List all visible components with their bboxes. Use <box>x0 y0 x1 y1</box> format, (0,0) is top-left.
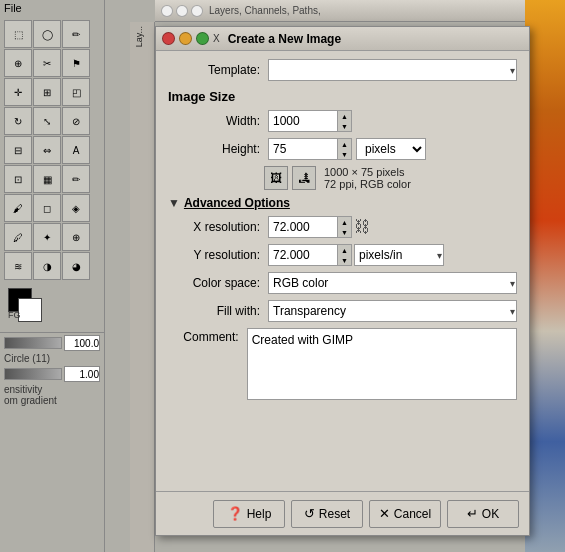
dialog-max-btn[interactable] <box>196 32 209 45</box>
template-select[interactable] <box>268 59 517 81</box>
comment-textarea[interactable]: Created with GIMP <box>247 328 517 400</box>
tool-clone[interactable]: ⊕ <box>62 223 90 251</box>
tool-perspective[interactable]: ⊟ <box>4 136 32 164</box>
tool-blend[interactable]: ▦ <box>33 165 61 193</box>
dialog-min-btn[interactable] <box>179 32 192 45</box>
tool-ellipse[interactable]: ◯ <box>33 20 61 48</box>
from-gradient-label: om gradient <box>4 395 100 406</box>
gimp-min-btn[interactable] <box>176 5 188 17</box>
tool-text[interactable]: A <box>62 136 90 164</box>
layers-panel-strip: Lay... <box>130 22 155 552</box>
gimp-menu[interactable]: File <box>0 0 104 16</box>
color-space-label: Color space: <box>168 276 268 290</box>
height-input[interactable] <box>268 138 338 160</box>
gimp-close-btn[interactable] <box>161 5 173 17</box>
size-slider[interactable] <box>4 368 62 380</box>
x-resolution-input[interactable] <box>268 216 338 238</box>
tool-fuzzy[interactable]: ⊕ <box>4 49 32 77</box>
tool-pencil[interactable]: ✏ <box>62 165 90 193</box>
width-spin-up[interactable]: ▲ <box>338 111 351 121</box>
y-res-spin-btns: ▲ ▼ <box>338 244 352 266</box>
x-res-spin-up[interactable]: ▲ <box>338 217 351 227</box>
x-res-spin-down[interactable]: ▼ <box>338 227 351 237</box>
width-spinner: ▲ ▼ <box>268 110 352 132</box>
fg-label: FG <box>8 310 21 320</box>
dim-info: 1000 × 75 pixels 72 ppi, RGB color <box>324 166 411 190</box>
opacity-input[interactable] <box>64 335 100 351</box>
tool-bucket[interactable]: ⊡ <box>4 165 32 193</box>
height-unit-select[interactable]: pixels inches mm <box>356 138 426 160</box>
height-spin-up[interactable]: ▲ <box>338 139 351 149</box>
layers-tab-label[interactable]: Lay... <box>130 22 148 51</box>
color-space-select-wrapper: RGB color Grayscale ▾ <box>268 272 517 294</box>
advanced-options-header[interactable]: ▼ Advanced Options <box>168 196 517 210</box>
tool-foreground[interactable]: ⚑ <box>62 49 90 77</box>
gimp-max-btn[interactable] <box>191 5 203 17</box>
x-resolution-row: X resolution: ▲ ▼ ⛓ <box>168 216 517 238</box>
width-input[interactable] <box>268 110 338 132</box>
height-row: Height: ▲ ▼ pixels inches mm <box>168 138 517 160</box>
width-spin-btns: ▲ ▼ <box>338 110 352 132</box>
opacity-slider[interactable] <box>4 337 62 349</box>
ok-icon: ↵ <box>467 506 478 521</box>
reset-icon: ↺ <box>304 506 315 521</box>
resolution-link-icon[interactable]: ⛓ <box>354 218 370 236</box>
tool-airbrush[interactable]: ◈ <box>62 194 90 222</box>
x-res-spin-btns: ▲ ▼ <box>338 216 352 238</box>
tool-align[interactable]: ⊞ <box>33 78 61 106</box>
reset-button[interactable]: ↺ Reset <box>291 500 363 528</box>
reset-label: Reset <box>319 507 350 521</box>
resolution-unit-select[interactable]: pixels/in pixels/mm <box>354 244 444 266</box>
left-toolbar: File ⬚ ◯ ✏ ⊕ ✂ ⚑ ✛ ⊞ ◰ ↻ ⤡ ⊘ ⊟ ⇔ A ⊡ ▦ ✏… <box>0 0 105 552</box>
size-input[interactable] <box>64 366 100 382</box>
tool-shear[interactable]: ⊘ <box>62 107 90 135</box>
fill-with-select-wrapper: Transparency Background color Foreground… <box>268 300 517 322</box>
ok-button[interactable]: ↵ OK <box>447 500 519 528</box>
fill-with-label: Fill with: <box>168 304 268 318</box>
tool-flip[interactable]: ⇔ <box>33 136 61 164</box>
y-res-spin-down[interactable]: ▼ <box>338 255 351 265</box>
landscape-icon-btn[interactable]: 🏞 <box>292 166 316 190</box>
color-space-select[interactable]: RGB color Grayscale <box>268 272 517 294</box>
y-res-spin-up[interactable]: ▲ <box>338 245 351 255</box>
height-spin-down[interactable]: ▼ <box>338 149 351 159</box>
tool-paint[interactable]: 🖌 <box>4 194 32 222</box>
tool-eraser[interactable]: ◻ <box>33 194 61 222</box>
dialog-title-text: Create a New Image <box>228 32 523 46</box>
right-decorative-strip <box>525 0 565 552</box>
tool-rect[interactable]: ⬚ <box>4 20 32 48</box>
advanced-options-title: Advanced Options <box>184 196 290 210</box>
help-label: Help <box>247 507 272 521</box>
tool-heal[interactable]: ✦ <box>33 223 61 251</box>
circle-label: Circle (11) <box>4 353 100 364</box>
tool-crop[interactable]: ◰ <box>62 78 90 106</box>
tool-scissors[interactable]: ✂ <box>33 49 61 77</box>
template-select-wrapper: ▾ <box>268 59 517 81</box>
cancel-button[interactable]: ✕ Cancel <box>369 500 441 528</box>
tool-smudge[interactable]: ◕ <box>62 252 90 280</box>
width-spin-down[interactable]: ▼ <box>338 121 351 131</box>
tool-blur[interactable]: ≋ <box>4 252 32 280</box>
y-resolution-input[interactable] <box>268 244 338 266</box>
tool-move[interactable]: ✛ <box>4 78 32 106</box>
height-spin-btns: ▲ ▼ <box>338 138 352 160</box>
tool-dodge[interactable]: ◑ <box>33 252 61 280</box>
height-spinner: ▲ ▼ <box>268 138 352 160</box>
dialog-x-icon: X <box>213 33 220 44</box>
y-resolution-label: Y resolution: <box>168 248 268 262</box>
tool-rotate[interactable]: ↻ <box>4 107 32 135</box>
help-button[interactable]: ❓ Help <box>213 500 285 528</box>
tool-scale[interactable]: ⤡ <box>33 107 61 135</box>
portrait-icon-btn[interactable]: 🖼 <box>264 166 288 190</box>
comment-row: Comment: Created with GIMP <box>168 328 517 400</box>
fill-with-select[interactable]: Transparency Background color Foreground… <box>268 300 517 322</box>
width-label: Width: <box>168 114 268 128</box>
bg-color-swatch[interactable] <box>18 298 42 322</box>
tool-ink[interactable]: 🖊 <box>4 223 32 251</box>
gimp-titlebar: Layers, Channels, Paths, <box>155 0 525 22</box>
sensitivity-label: ensitivity <box>4 384 100 395</box>
tool-lasso[interactable]: ✏ <box>62 20 90 48</box>
dialog-close-btn[interactable] <box>162 32 175 45</box>
x-resolution-label: X resolution: <box>168 220 268 234</box>
help-icon: ❓ <box>227 506 243 521</box>
